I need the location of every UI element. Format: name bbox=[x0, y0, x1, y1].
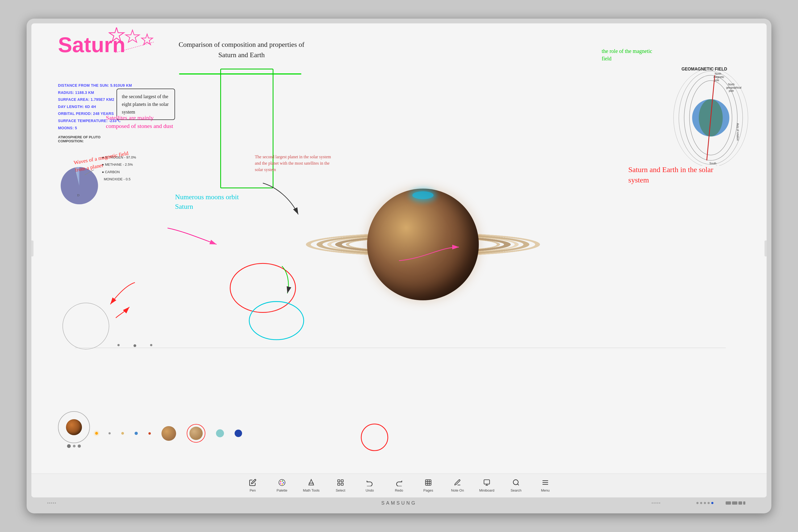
svg-rect-46 bbox=[341, 480, 343, 482]
menu-label: Menu bbox=[541, 488, 550, 492]
monitor-indicator-dots bbox=[697, 502, 714, 504]
samsung-logo: SAMSUNG bbox=[381, 500, 417, 506]
menu-icon bbox=[542, 479, 549, 487]
svg-line-58 bbox=[517, 484, 519, 485]
svg-point-34 bbox=[150, 344, 152, 346]
svg-marker-43 bbox=[309, 479, 314, 485]
monitor-bottom: SAMSUNG bbox=[32, 497, 766, 509]
select-tool[interactable]: Select bbox=[326, 475, 355, 496]
screen: Saturn Comparison of composition and pro… bbox=[32, 23, 766, 497]
redo-label: Redo bbox=[395, 488, 403, 492]
svg-text:Axis of rotation: Axis of rotation bbox=[736, 123, 739, 141]
port bbox=[732, 501, 737, 505]
svg-point-35 bbox=[63, 303, 109, 349]
pie-chart: D bbox=[58, 165, 100, 207]
search-icon bbox=[512, 479, 520, 487]
miniboard-tool[interactable]: Miniboard bbox=[472, 475, 501, 496]
speaker-dot bbox=[659, 502, 660, 504]
pages-tool[interactable]: Pages bbox=[414, 475, 443, 496]
undo-tool[interactable]: Undo bbox=[355, 475, 384, 496]
menu-tool[interactable]: Menu bbox=[531, 475, 560, 496]
speaker-dot bbox=[652, 502, 653, 504]
undo-icon bbox=[366, 479, 374, 487]
atmosphere-title: ATMOSPHERE OF PLUTO bbox=[58, 135, 100, 139]
svg-rect-48 bbox=[341, 483, 343, 485]
note-on-tool[interactable]: Note On bbox=[443, 475, 472, 496]
redo-icon bbox=[395, 479, 403, 487]
search-label: Search bbox=[510, 488, 521, 492]
palette-tool[interactable]: Palette bbox=[267, 475, 297, 496]
svg-point-40 bbox=[283, 482, 284, 483]
svg-point-38 bbox=[280, 481, 281, 482]
port bbox=[738, 501, 742, 505]
svg-text:pole: pole bbox=[729, 89, 734, 92]
svg-text:pole: pole bbox=[714, 79, 719, 82]
right-handle[interactable] bbox=[764, 241, 766, 256]
atmosphere-subtitle: COMPOSITION: bbox=[58, 139, 100, 143]
undo-label: Undo bbox=[365, 488, 374, 492]
svg-text:South: South bbox=[709, 162, 716, 165]
svg-point-32 bbox=[117, 344, 119, 346]
second-largest-text: the second largest of the eight planets … bbox=[122, 94, 169, 115]
svg-marker-1 bbox=[126, 30, 139, 42]
svg-point-36 bbox=[361, 424, 388, 451]
svg-marker-2 bbox=[141, 34, 153, 45]
svg-text:GEOMAGNETIC FIELD: GEOMAGNETIC FIELD bbox=[682, 67, 727, 71]
speaker-right bbox=[652, 502, 660, 504]
speaker-dot bbox=[656, 502, 657, 504]
moons-annotation: Numerous moons orbit Saturn bbox=[175, 192, 249, 212]
note-on-icon bbox=[454, 479, 461, 487]
miniboard-icon bbox=[483, 479, 491, 487]
star-decorations bbox=[109, 27, 156, 59]
miniboard-label: Miniboard bbox=[479, 488, 494, 492]
monitor: Saturn Comparison of composition and pro… bbox=[26, 19, 772, 513]
speaker-dot bbox=[53, 502, 54, 504]
speaker-dot bbox=[48, 502, 49, 504]
speaker-dot bbox=[653, 502, 654, 504]
pages-icon bbox=[424, 479, 432, 487]
geomagnetic-diagram: GEOMAGNETIC FIELD North magnetic pole No… bbox=[668, 65, 753, 166]
speaker-left bbox=[48, 502, 56, 504]
svg-point-29 bbox=[230, 263, 296, 312]
indicator-dot bbox=[697, 502, 699, 504]
canvas-area[interactable]: Saturn Comparison of composition and pro… bbox=[32, 23, 766, 474]
svg-rect-49 bbox=[425, 480, 431, 486]
distance-info: DISTANCE FROM THE SUN: 5.910U9 km bbox=[58, 82, 132, 89]
select-icon bbox=[337, 479, 344, 487]
heading-underline bbox=[179, 73, 301, 75]
math-tools-tool[interactable]: Math Tools bbox=[297, 475, 326, 496]
speaker-dot bbox=[49, 502, 50, 504]
svg-text:North: North bbox=[715, 72, 721, 75]
port bbox=[726, 501, 731, 505]
svg-line-3 bbox=[115, 42, 154, 53]
green-highlight-rect bbox=[220, 69, 273, 188]
solar-system-row bbox=[58, 411, 242, 448]
second-largest-box: the second largest of the eight planets … bbox=[116, 89, 175, 120]
saturn-image bbox=[303, 145, 543, 344]
pen-tool[interactable]: Pen bbox=[238, 475, 267, 496]
chart-labels: ● NITROGEN - 97.0% ● METHANE - 2.5% ● CA… bbox=[102, 154, 136, 183]
moons-info: MOONS: 5 bbox=[58, 125, 132, 132]
pages-label: Pages bbox=[423, 488, 433, 492]
svg-rect-54 bbox=[484, 480, 490, 484]
svg-point-30 bbox=[249, 302, 304, 340]
svg-point-37 bbox=[279, 479, 285, 486]
magnetic-role: the role of the magnetic field bbox=[602, 48, 655, 62]
math-tools-label: Math Tools bbox=[303, 488, 320, 492]
left-handle[interactable] bbox=[32, 241, 34, 256]
search-tool[interactable]: Search bbox=[501, 475, 531, 496]
saturn-planet bbox=[367, 189, 479, 300]
monitor-ports bbox=[726, 501, 745, 505]
palette-icon bbox=[278, 479, 286, 487]
co-label: ● CARBON MONOXIDE - 0.5 bbox=[102, 168, 136, 183]
svg-text:North: North bbox=[728, 83, 735, 86]
indicator-dot bbox=[707, 502, 710, 504]
svg-rect-45 bbox=[338, 480, 340, 482]
note-on-label: Note On bbox=[451, 488, 464, 492]
svg-point-39 bbox=[282, 480, 283, 482]
pen-label: Pen bbox=[249, 488, 255, 492]
svg-point-41 bbox=[282, 483, 283, 485]
palette-label: Palette bbox=[277, 488, 287, 492]
svg-text:geographical: geographical bbox=[726, 86, 741, 89]
redo-tool[interactable]: Redo bbox=[384, 475, 414, 496]
